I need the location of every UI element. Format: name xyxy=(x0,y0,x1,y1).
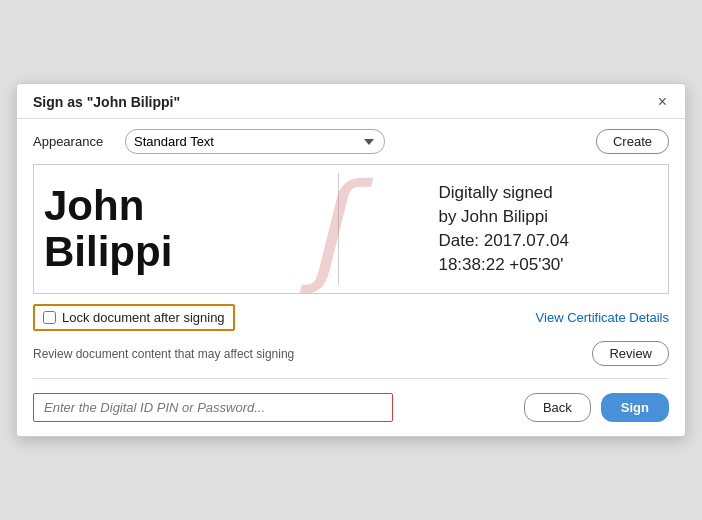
lock-checkbox[interactable] xyxy=(43,311,56,324)
signature-info-text: Digitally signedby John BilippiDate: 201… xyxy=(438,181,568,276)
signature-name: John Bilippi xyxy=(44,183,172,275)
bottom-row: Back Sign xyxy=(17,383,685,436)
lock-left: Lock document after signing xyxy=(33,304,235,331)
appearance-label: Appearance xyxy=(33,134,113,149)
signature-preview: John Bilippi ʃ Digitally signedby John B… xyxy=(33,164,669,294)
sign-dialog: Sign as "John Bilippi" × Appearance Stan… xyxy=(16,83,686,437)
view-certificate-link[interactable]: View Certificate Details xyxy=(536,310,669,325)
appearance-row: Appearance Standard Text Custom Create xyxy=(17,119,685,164)
pin-input[interactable] xyxy=(33,393,393,422)
review-button[interactable]: Review xyxy=(592,341,669,366)
review-row: Review document content that may affect … xyxy=(17,337,685,374)
bottom-buttons: Back Sign xyxy=(524,393,669,422)
lock-checkbox-area: Lock document after signing xyxy=(33,304,235,331)
signature-name-area: John Bilippi ʃ xyxy=(34,165,338,293)
create-button[interactable]: Create xyxy=(596,129,669,154)
signature-info-area: Digitally signedby John BilippiDate: 201… xyxy=(339,165,668,293)
bottom-divider xyxy=(33,378,669,379)
back-button[interactable]: Back xyxy=(524,393,591,422)
lock-row: Lock document after signing View Certifi… xyxy=(17,294,685,337)
appearance-select[interactable]: Standard Text Custom xyxy=(125,129,385,154)
dialog-title: Sign as "John Bilippi" xyxy=(33,94,180,110)
review-text: Review document content that may affect … xyxy=(33,347,294,361)
close-button[interactable]: × xyxy=(656,94,669,110)
title-bar: Sign as "John Bilippi" × xyxy=(17,84,685,119)
lock-label: Lock document after signing xyxy=(62,310,225,325)
sign-button[interactable]: Sign xyxy=(601,393,669,422)
